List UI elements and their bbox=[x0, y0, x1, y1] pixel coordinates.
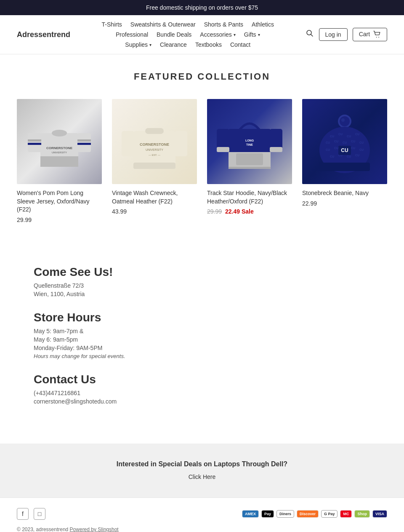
svg-point-35 bbox=[341, 118, 345, 122]
store-hours-note: Hours may change for special events. bbox=[34, 353, 370, 359]
dell-link[interactable]: Click Here bbox=[189, 473, 216, 480]
search-button[interactable] bbox=[306, 29, 314, 40]
nav-gifts[interactable]: Gifts ▾ bbox=[244, 31, 260, 38]
svg-rect-10 bbox=[77, 139, 91, 142]
product-4-svg: CU CU CU CU CU CU CU CU CU CU CU CU CU C… bbox=[307, 104, 383, 179]
product-1-svg: CORNERSTONE UNIVERSITY bbox=[21, 104, 97, 179]
nav-bundle-deals[interactable]: Bundle Deals bbox=[157, 29, 191, 40]
store-info-section: Come See Us! Quellenstraße 72/3 Wien, 11… bbox=[0, 249, 404, 444]
svg-line-1 bbox=[311, 35, 313, 37]
copyright: © 2023, adressentrend bbox=[17, 527, 68, 532]
instagram-icon: □ bbox=[38, 511, 41, 517]
svg-text:CORNERSTONE: CORNERSTONE bbox=[46, 146, 73, 150]
address-line2: Wien, 1100, Austria bbox=[34, 291, 370, 297]
payment-amex: AMEX bbox=[242, 510, 259, 518]
svg-text:CU: CU bbox=[326, 141, 330, 144]
svg-rect-19 bbox=[133, 163, 175, 169]
contact-email: cornerstone@slingshotedu.com bbox=[34, 398, 370, 405]
nav-clearance[interactable]: Clearance bbox=[160, 40, 187, 50]
nav-sweatshirts[interactable]: Sweatshirts & Outerwear bbox=[130, 19, 196, 29]
svg-rect-14 bbox=[40, 156, 78, 167]
svg-point-3 bbox=[378, 37, 379, 38]
svg-text:CORNERSTONE: CORNERSTONE bbox=[140, 142, 169, 147]
product-card-4[interactable]: CU CU CU CU CU CU CU CU CU CU CU CU CU C… bbox=[302, 99, 387, 223]
powered-by-link[interactable]: Powered by Slingshot bbox=[70, 527, 119, 532]
svg-point-7 bbox=[52, 130, 67, 136]
payment-discover: Discover bbox=[297, 510, 319, 518]
product-image-2: CORNERSTONE UNIVERSITY — EST. — bbox=[112, 99, 197, 184]
svg-rect-16 bbox=[122, 131, 134, 156]
svg-rect-6 bbox=[77, 133, 91, 152]
svg-text:TINE: TINE bbox=[246, 143, 253, 146]
svg-rect-8 bbox=[28, 139, 41, 142]
nav-athletics[interactable]: Athletics bbox=[252, 19, 274, 29]
svg-rect-55 bbox=[319, 163, 370, 171]
product-card-1[interactable]: CORNERSTONE UNIVERSITY Women's Pom Pom L… bbox=[17, 99, 102, 223]
product-image-1: CORNERSTONE UNIVERSITY bbox=[17, 99, 102, 184]
svg-text:CU: CU bbox=[343, 141, 347, 144]
search-icon bbox=[306, 29, 314, 37]
svg-text:CU: CU bbox=[338, 133, 343, 136]
products-grid: CORNERSTONE UNIVERSITY Women's Pom Pom L… bbox=[17, 99, 387, 223]
featured-section: FEATURED COLLECTION bbox=[0, 54, 404, 249]
product-card-2[interactable]: CORNERSTONE UNIVERSITY — EST. — Vintage … bbox=[112, 99, 197, 223]
svg-rect-29 bbox=[270, 147, 282, 152]
product-name-2: Vintage Wash Crewneck, Oatmeal Heather (… bbox=[112, 189, 197, 206]
product-card-3[interactable]: LONG TINE Track Star Hoodie, Navy/Black … bbox=[207, 99, 292, 223]
svg-text:CU: CU bbox=[347, 155, 351, 158]
product-name-1: Women's Pom Pom Long Sleeve Jersey, Oxfo… bbox=[17, 189, 102, 214]
svg-rect-28 bbox=[217, 147, 229, 152]
header-actions: Log in Cart bbox=[306, 28, 388, 41]
powered-by: Powered by Slingshot bbox=[70, 527, 119, 532]
nav-accessories[interactable]: Accessories ▾ bbox=[200, 31, 235, 38]
nav-tshirts[interactable]: T-Shirts bbox=[102, 19, 122, 29]
nav-contact[interactable]: Contact bbox=[230, 40, 250, 50]
site-logo[interactable]: Adressentrend bbox=[17, 30, 70, 39]
site-header: Adressentrend T-Shirts Sweatshirts & Out… bbox=[0, 15, 404, 54]
nav-row-1: T-Shirts Sweatshirts & Outerwear Shorts … bbox=[102, 19, 274, 29]
svg-text:CU: CU bbox=[347, 135, 351, 138]
cart-link[interactable]: Cart bbox=[353, 28, 387, 41]
announcement-bar: Free domestic shipping on orders over $7… bbox=[0, 0, 404, 15]
contact-us-title: Contact Us bbox=[34, 373, 370, 386]
come-see-us-title: Come See Us! bbox=[34, 265, 370, 279]
nav-professional[interactable]: Professional bbox=[116, 29, 148, 40]
svg-text:UNIVERSITY: UNIVERSITY bbox=[146, 148, 163, 151]
product-3-svg: LONG TINE bbox=[212, 104, 287, 179]
svg-text:CU: CU bbox=[359, 148, 364, 151]
main-nav: T-Shirts Sweatshirts & Outerwear Shorts … bbox=[70, 19, 305, 50]
contact-phone: (+43)4471216861 bbox=[34, 390, 370, 396]
store-hours-1: May 5: 9am-7pm & bbox=[34, 328, 370, 334]
footer-inner: f □ AMEX Pay Diners Discover G Pay MC Sh… bbox=[17, 508, 387, 520]
svg-text:CU: CU bbox=[351, 140, 355, 143]
svg-rect-17 bbox=[175, 131, 187, 156]
svg-rect-11 bbox=[77, 143, 91, 145]
facebook-icon: f bbox=[22, 511, 24, 517]
facebook-link[interactable]: f bbox=[17, 508, 29, 520]
contact-us-block: Contact Us (+43)4471216861 cornerstone@s… bbox=[34, 373, 370, 405]
product-price-1: 29.99 bbox=[17, 217, 102, 223]
supplies-chevron-icon: ▾ bbox=[149, 43, 152, 47]
gifts-chevron-icon: ▾ bbox=[258, 32, 260, 37]
store-hours-title: Store Hours bbox=[34, 311, 370, 324]
svg-text:— EST. —: — EST. — bbox=[149, 154, 160, 156]
svg-text:LONG: LONG bbox=[245, 139, 254, 142]
nav-shorts-pants[interactable]: Shorts & Pants bbox=[204, 19, 243, 29]
svg-rect-5 bbox=[28, 133, 41, 152]
login-link[interactable]: Log in bbox=[319, 28, 348, 41]
svg-text:CU: CU bbox=[326, 148, 330, 151]
store-hours-block: Store Hours May 5: 9am-7pm & May 6: 9am-… bbox=[34, 311, 370, 359]
svg-text:CU: CU bbox=[330, 135, 334, 138]
nav-supplies[interactable]: Supplies ▾ bbox=[125, 41, 152, 48]
come-see-us-block: Come See Us! Quellenstraße 72/3 Wien, 11… bbox=[34, 265, 370, 297]
svg-text:CU: CU bbox=[334, 140, 338, 143]
store-hours-2: May 6: 9am-5pm bbox=[34, 336, 370, 343]
product-name-3: Track Star Hoodie, Navy/Black Heather/Ox… bbox=[207, 189, 292, 206]
instagram-link[interactable]: □ bbox=[34, 508, 45, 520]
svg-rect-25 bbox=[229, 167, 271, 169]
product-price-4: 22.99 bbox=[302, 200, 387, 207]
nav-textbooks[interactable]: Textbooks bbox=[195, 40, 222, 50]
accessories-chevron-icon: ▾ bbox=[234, 32, 236, 37]
svg-text:CU: CU bbox=[355, 154, 359, 157]
payment-visa: VISA bbox=[372, 510, 387, 518]
